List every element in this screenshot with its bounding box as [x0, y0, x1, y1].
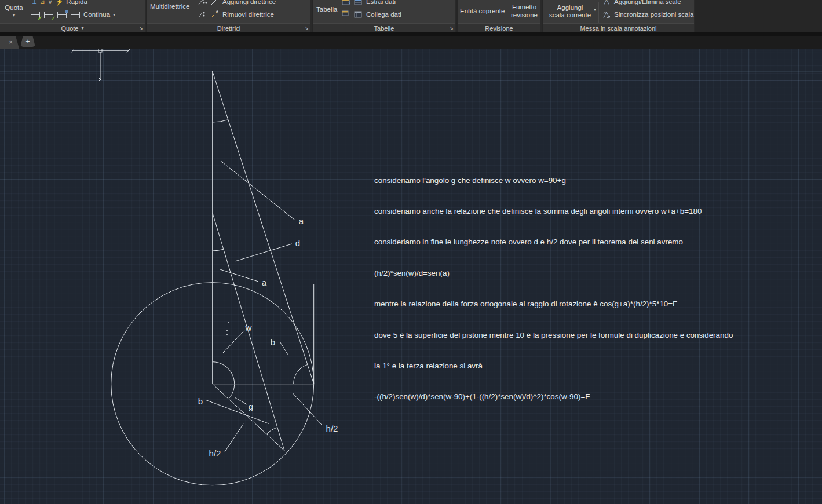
- dim-update-icon[interactable]: [57, 11, 67, 19]
- extract-data-icon[interactable]: [354, 0, 363, 6]
- dim-check-icon[interactable]: ✓: [30, 11, 41, 19]
- table-export-icon[interactable]: [342, 0, 351, 6]
- label-h2-right[interactable]: h/2: [326, 423, 338, 433]
- separator: [28, 2, 28, 23]
- revision-cloud-button[interactable]: Fumetto revisione: [509, 3, 540, 19]
- quote-panel-footer[interactable]: Quote ▾ ↘: [0, 23, 145, 32]
- lightning-icon: ⚡: [56, 0, 64, 5]
- extract-data-button[interactable]: Estrai dati: [366, 0, 396, 5]
- annotation-line: dove 5 è la superficie del pistone mentr…: [374, 330, 733, 341]
- leader-dot-icon[interactable]: [210, 10, 220, 19]
- current-drawing-tab[interactable]: ×: [0, 36, 19, 49]
- panel-revisione: Entità coprente Fumetto revisione Revisi…: [458, 0, 542, 32]
- label-angle-g[interactable]: g: [249, 401, 253, 411]
- close-icon[interactable]: ×: [9, 39, 13, 46]
- leader-remove-icon[interactable]: [198, 10, 207, 19]
- annotation-text-block[interactable]: consideriamo l'angolo g che definisce w …: [374, 155, 733, 423]
- continue-dim-button[interactable]: Continua: [83, 11, 110, 18]
- panel-messa-in-scala: Aggiungi scala corrente ▾ Aggiungi/Elimi…: [543, 0, 695, 32]
- label-angle-a-top[interactable]: a: [299, 216, 304, 226]
- sync-scale-positions-icon[interactable]: [602, 10, 611, 19]
- plus-icon: +: [25, 38, 30, 45]
- annotation-line: consideriamo in fine le lunghezze note o…: [374, 237, 733, 247]
- annotation-line: (h/2)*sen(w)/d=sen(a): [374, 268, 733, 279]
- table-link-icon[interactable]: [342, 10, 351, 19]
- quote-panel-title: Quote: [61, 25, 79, 32]
- label-angle-b-right[interactable]: b: [271, 337, 275, 347]
- panel-launcher-icon[interactable]: ↘: [138, 23, 143, 32]
- messa-row2: Sincronizza posizioni scala: [602, 9, 693, 20]
- tabelle-row1: Estrai dati: [342, 0, 396, 8]
- annotation-line: la 1° e la terza relazione si avrà: [374, 361, 733, 371]
- angle-arc-a-mid[interactable]: [213, 249, 224, 251]
- panel-tabelle: Tabella Estrai dati Collega dati Tabelle…: [313, 0, 456, 32]
- label-length-d[interactable]: d: [295, 238, 300, 248]
- add-current-scale-button[interactable]: Aggiungi scala corrente: [545, 1, 595, 22]
- model-space-canvas[interactable]: a d a w b b g h/2 h/2 consideriamo l'ang…: [0, 49, 822, 504]
- leader-add-icon[interactable]: [198, 0, 207, 6]
- link-data-button[interactable]: Collega dati: [366, 11, 401, 18]
- new-drawing-tab-button[interactable]: +: [20, 36, 35, 47]
- angle-arc-a-top[interactable]: [213, 120, 228, 122]
- quote-row1: ⟂ ⊿ ∨ ⚡ Rapida: [32, 0, 87, 8]
- panel-launcher-icon[interactable]: ↘: [449, 23, 454, 32]
- label-angle-a-mid[interactable]: a: [262, 277, 267, 287]
- quota-button-label: Quota: [5, 4, 23, 12]
- crank-radius-line[interactable]: [213, 384, 284, 451]
- angle-arc-b-corner[interactable]: [294, 364, 308, 384]
- quota-button[interactable]: Quota ▾: [1, 0, 27, 23]
- quote-row2: ✓ ✓ Continua ▾: [30, 9, 115, 20]
- caret-down-icon: ▾: [13, 12, 15, 19]
- quick-dim-button[interactable]: Rapida: [66, 0, 87, 5]
- tabelle-panel-title: Tabelle: [374, 25, 394, 32]
- caret-down-icon[interactable]: ▾: [113, 12, 115, 17]
- ribbon: Quota ▾ ⟂ ⊿ ∨ ⚡ Rapida ✓ ✓ Continua ▾ Qu…: [0, 0, 822, 32]
- direttrici-row2: Rimuovi direttrice: [198, 9, 274, 20]
- sync-scale-positions-button[interactable]: Sincronizza posizioni scala: [614, 11, 693, 18]
- add-delete-scales-button[interactable]: Aggiungi/Elimina scale: [614, 0, 681, 5]
- dimension-widget[interactable]: [71, 49, 130, 81]
- file-tab-bar: × +: [0, 36, 822, 49]
- label-angle-w[interactable]: w: [245, 323, 252, 333]
- messa-row1: Aggiungi/Elimina scale: [602, 0, 681, 8]
- tabelle-row2: Collega dati: [342, 9, 401, 20]
- panel-launcher-icon[interactable]: ↘: [304, 23, 309, 32]
- table-button[interactable]: Tabella: [316, 5, 342, 13]
- panel-direttrici: Multidirettrice Aggiungi direttrice Rimu…: [147, 0, 312, 32]
- label-h2-bottom[interactable]: h/2: [209, 448, 221, 458]
- label-angle-b-left[interactable]: b: [198, 396, 203, 406]
- dim-check2-icon[interactable]: ✓: [43, 11, 54, 19]
- wipeout-button[interactable]: Entità coprente: [460, 7, 507, 15]
- caret-down-icon[interactable]: ▾: [594, 7, 596, 12]
- dim-continue-icon[interactable]: [70, 11, 81, 19]
- annotation-line: mentre la relazione della forza ortogona…: [374, 299, 733, 309]
- ordinate-dim-icon[interactable]: ⟂: [32, 0, 36, 5]
- angle-arc-w-center[interactable]: [213, 362, 235, 399]
- messa-panel-footer[interactable]: Messa in scala annotazioni: [543, 23, 694, 32]
- caret-down-icon: ▾: [81, 25, 83, 31]
- inspect-dim-icon[interactable]: ∨: [48, 0, 53, 5]
- separator: [598, 2, 599, 23]
- revisione-panel-title: Revisione: [485, 25, 513, 32]
- rod-line-1[interactable]: [213, 71, 314, 384]
- leader-arrow-icon[interactable]: [210, 0, 220, 6]
- leader-lines[interactable]: [206, 161, 322, 452]
- jog-dim-icon[interactable]: ⊿: [39, 0, 45, 5]
- remove-leader-button[interactable]: Rimuovi direttrice: [222, 11, 274, 18]
- annotation-line: -((h/2)sen(w)/d)*sen(w-90)+(1-((h/2)*sen…: [374, 392, 733, 402]
- direttrici-row1: Aggiungi direttrice: [198, 0, 276, 8]
- add-leader-button[interactable]: Aggiungi direttrice: [222, 0, 276, 5]
- angle-arc-b-bottom[interactable]: [266, 428, 277, 434]
- revisione-panel-footer[interactable]: Revisione: [458, 23, 540, 32]
- link-data-icon[interactable]: [354, 10, 363, 19]
- point-blips: [226, 322, 229, 335]
- direttrici-panel-title: Direttrici: [217, 25, 240, 32]
- direttrici-panel-footer[interactable]: Direttrici ↘: [147, 23, 310, 32]
- annotation-line: consideriamo anche la relazione che defi…: [374, 206, 733, 217]
- panel-quote: Quota ▾ ⟂ ⊿ ∨ ⚡ Rapida ✓ ✓ Continua ▾ Qu…: [0, 0, 146, 32]
- multileader-button[interactable]: Multidirettrice: [150, 2, 198, 10]
- annotation-line: consideriamo l'angolo g che definisce w …: [374, 176, 733, 186]
- tabelle-panel-footer[interactable]: Tabelle ↘: [313, 23, 455, 32]
- annotative-scale-add-icon[interactable]: [602, 0, 611, 6]
- messa-panel-title: Messa in scala annotazioni: [580, 25, 656, 32]
